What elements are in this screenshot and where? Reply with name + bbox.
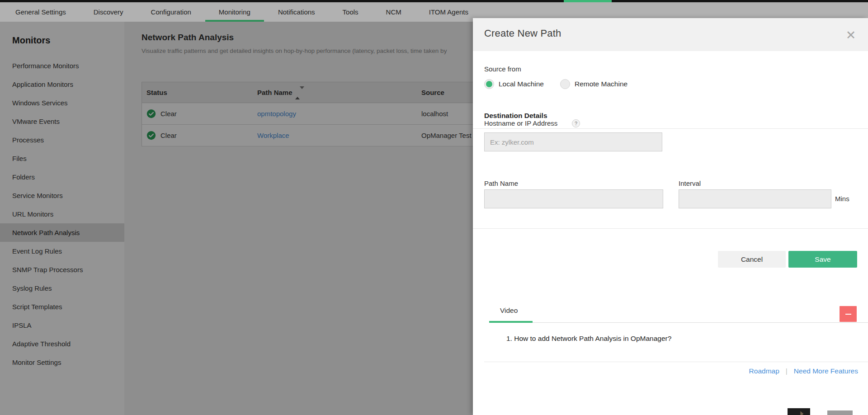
save-button[interactable]: Save [788, 251, 857, 268]
interval-unit-label: Mins [835, 195, 849, 203]
modal-title: Create New Path [484, 28, 561, 39]
top-strip [0, 0, 868, 2]
path-name-input[interactable] [484, 189, 663, 208]
tab-discovery[interactable]: Discovery [94, 2, 123, 22]
tab-configuration[interactable]: Configuration [151, 2, 191, 22]
divider [473, 228, 868, 229]
footer-links: Roadmap|Need More Features [749, 367, 858, 375]
link-roadmap[interactable]: Roadmap [749, 367, 779, 375]
radio-icon[interactable] [560, 79, 570, 89]
tab-itom-agents[interactable]: ITOM Agents [429, 2, 468, 22]
topbar-accent [564, 0, 612, 2]
radio-local-machine[interactable]: Local Machine [484, 79, 544, 89]
tab-video[interactable]: Video [500, 307, 518, 315]
tab-notifications[interactable]: Notifications [278, 2, 315, 22]
modal-header: Create New Path ✕ [473, 18, 868, 51]
link-separator: | [786, 367, 788, 375]
tab-tools[interactable]: Tools [343, 2, 359, 22]
destination-details-heading: Destination Details [484, 112, 547, 120]
hostname-input[interactable] [484, 132, 662, 151]
interval-label: Interval [679, 179, 701, 187]
minimize-button[interactable] [840, 306, 857, 322]
video-item[interactable]: 1. How to add Network Path Analysis in O… [506, 335, 671, 343]
play-icon [801, 411, 804, 415]
video-thumbnail[interactable] [788, 408, 810, 415]
video-list: 1. How to add Network Path Analysis in O… [506, 335, 671, 346]
opmanager-settings-page: General SettingsDiscoveryConfigurationMo… [0, 0, 868, 415]
radio-label: Local Machine [499, 80, 544, 88]
minus-icon [845, 314, 851, 315]
active-tab-underline [489, 321, 533, 323]
interval-input[interactable] [679, 189, 831, 208]
radio-remote-machine[interactable]: Remote Machine [560, 79, 627, 89]
close-icon[interactable]: ✕ [844, 29, 857, 42]
tab-ncm[interactable]: NCM [386, 2, 401, 22]
tab-bar-line [489, 322, 868, 323]
divider [484, 362, 868, 362]
video-thumbnail[interactable] [827, 410, 853, 415]
help-icon[interactable]: ? [572, 119, 580, 127]
tab-monitoring[interactable]: Monitoring [219, 2, 250, 22]
tab-general-settings[interactable]: General Settings [15, 2, 66, 22]
link-need-more-features[interactable]: Need More Features [794, 367, 858, 375]
create-path-modal: Create New Path ✕ Source from Local Mach… [473, 18, 868, 415]
hostname-label: Hostname or IP Address [484, 119, 557, 127]
cancel-button[interactable]: Cancel [718, 251, 786, 268]
source-from-label: Source from [484, 65, 521, 73]
path-name-label: Path Name [484, 179, 518, 187]
divider [473, 128, 868, 129]
radio-label: Remote Machine [575, 80, 627, 88]
source-from-options: Local MachineRemote Machine [484, 79, 627, 89]
radio-icon[interactable] [484, 79, 494, 89]
